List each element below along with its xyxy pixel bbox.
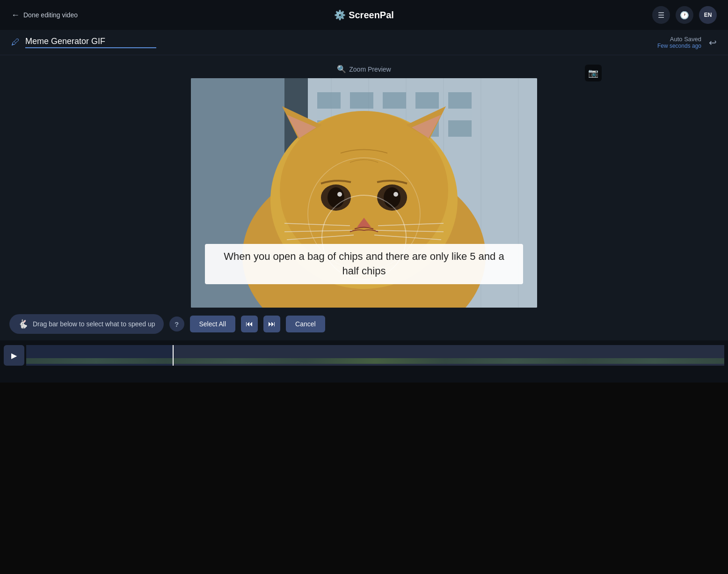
undo-button[interactable]: ↩ <box>709 37 717 48</box>
screenshot-button[interactable]: 📷 <box>585 65 602 81</box>
history-icon: 🕐 <box>680 11 689 20</box>
skip-forward-button[interactable]: ⏭ <box>263 316 280 332</box>
title-bar: 🖊 Auto Saved Few seconds ago ↩ <box>0 30 728 55</box>
back-arrow-icon: ← <box>11 10 20 20</box>
svg-rect-11 <box>350 92 373 109</box>
top-bar: ← Done editing video ⚙️ ScreenPal ☰ 🕐 EN <box>0 0 728 30</box>
svg-rect-14 <box>448 92 472 109</box>
top-bar-left: ← Done editing video <box>11 10 78 20</box>
skip-forward-icon: ⏭ <box>268 320 276 328</box>
play-icon: ▶ <box>11 351 17 360</box>
help-button[interactable]: ? <box>169 316 184 331</box>
video-caption: When you open a bag of chips and there a… <box>205 244 523 284</box>
svg-rect-10 <box>317 92 341 109</box>
svg-rect-13 <box>415 92 439 109</box>
undo-icon: ↩ <box>709 37 717 48</box>
project-title-input[interactable] <box>25 37 156 48</box>
edit-icon: 🖊 <box>11 37 20 47</box>
zoom-icon: 🔍 <box>337 65 346 74</box>
speed-hint-text: Drag bar below to select what to speed u… <box>33 320 155 328</box>
timeline-controls: ▶ 0:00.32 0 0:02 <box>0 345 728 366</box>
speed-hint-box: 🐇 Drag bar below to select what to speed… <box>9 314 164 334</box>
main-content: 🔍 Zoom Preview 📷 <box>0 55 728 383</box>
timeline-bottom <box>0 366 728 383</box>
timeline-track[interactable]: 0:00.32 0 0:02 <box>26 345 724 366</box>
history-button[interactable]: 🕐 <box>676 6 693 24</box>
language-button[interactable]: EN <box>699 6 717 24</box>
cancel-button[interactable]: Cancel <box>286 316 325 332</box>
logo-text: ScreenPal <box>349 10 394 21</box>
title-left: 🖊 <box>11 37 156 48</box>
menu-icon: ☰ <box>658 11 664 20</box>
svg-point-31 <box>337 192 342 197</box>
logo: ⚙️ ScreenPal <box>334 9 394 21</box>
svg-point-30 <box>384 187 400 208</box>
back-label: Done editing video <box>23 11 78 19</box>
screenshot-icon: 📷 <box>588 68 598 78</box>
language-label: EN <box>704 12 712 18</box>
top-bar-right: ☰ 🕐 EN <box>652 6 717 24</box>
auto-saved-label: Auto Saved <box>657 36 701 43</box>
skip-back-button[interactable]: ⏮ <box>241 316 258 332</box>
menu-button[interactable]: ☰ <box>652 6 670 24</box>
cancel-label: Cancel <box>295 320 316 328</box>
zoom-preview-bar: 🔍 Zoom Preview <box>337 65 391 74</box>
svg-rect-19 <box>448 120 472 137</box>
timeline-cursor <box>173 345 174 366</box>
speed-hint-icon: 🐇 <box>18 319 28 329</box>
video-area: 🔍 Zoom Preview 📷 <box>0 55 728 308</box>
logo-icon: ⚙️ <box>334 9 346 21</box>
back-button[interactable]: ← Done editing video <box>11 10 78 20</box>
auto-saved-status: Auto Saved Few seconds ago <box>657 36 701 49</box>
svg-rect-12 <box>383 92 406 109</box>
skip-back-icon: ⏮ <box>246 320 253 328</box>
timeline-waveform <box>26 358 724 364</box>
speed-toolbar: 🐇 Drag bar below to select what to speed… <box>0 308 728 340</box>
video-frame: When you open a bag of chips and there a… <box>191 78 537 308</box>
auto-saved-time: Few seconds ago <box>657 43 701 49</box>
select-all-label: Select All <box>199 320 226 328</box>
help-label: ? <box>175 320 179 328</box>
select-all-button[interactable]: Select All <box>190 316 236 332</box>
zoom-preview-label: Zoom Preview <box>349 66 391 73</box>
svg-point-29 <box>328 187 344 208</box>
title-right: Auto Saved Few seconds ago ↩ <box>657 36 717 49</box>
play-button[interactable]: ▶ <box>4 345 24 366</box>
top-bar-center: ⚙️ ScreenPal <box>334 9 394 21</box>
timeline-area: ▶ 0:00.32 0 0:02 <box>0 340 728 383</box>
svg-point-32 <box>393 192 398 197</box>
